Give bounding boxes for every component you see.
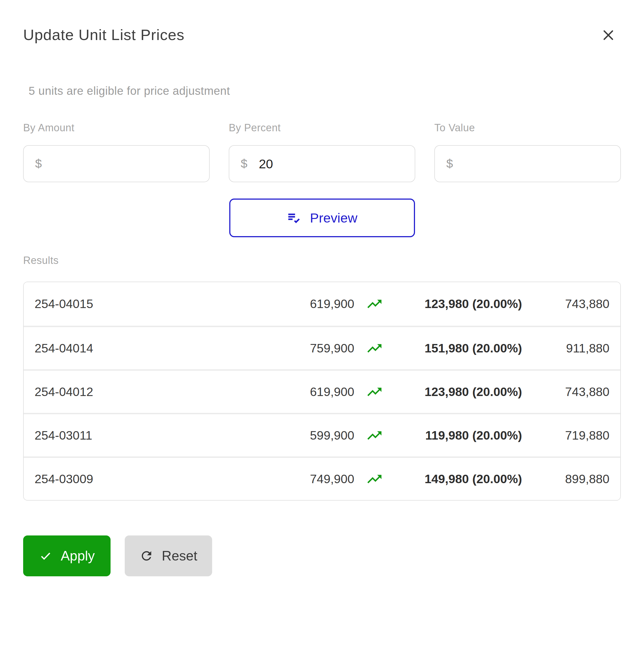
- apply-button-label: Apply: [61, 548, 95, 564]
- trending-up-icon: [365, 295, 384, 312]
- update-unit-list-prices-dialog: Update Unit List Prices 5 units are elig…: [0, 0, 644, 667]
- by-percent-label: By Percent: [229, 122, 415, 134]
- current-price: 749,900: [292, 472, 354, 486]
- price-change: 149,980 (20.00%): [391, 472, 522, 486]
- by-percent-input-wrap: $: [229, 145, 415, 182]
- reset-button-label: Reset: [162, 548, 197, 564]
- to-value-input[interactable]: [464, 156, 609, 171]
- adjustment-fields: By Amount $ By Percent $ To Value $: [23, 122, 621, 182]
- by-amount-input[interactable]: [53, 156, 198, 171]
- price-change: 123,980 (20.00%): [391, 385, 522, 399]
- table-row[interactable]: 254-03011 599,900 119,980 (20.00%) 719,8…: [24, 413, 620, 456]
- table-row[interactable]: 254-04012 619,900 123,980 (20.00%) 743,8…: [24, 369, 620, 413]
- eligible-units-message: 5 units are eligible for price adjustmen…: [29, 84, 621, 98]
- price-change: 123,980 (20.00%): [391, 297, 522, 311]
- by-percent-field-group: By Percent $: [229, 122, 415, 182]
- dollar-sign-icon: $: [35, 157, 42, 170]
- results-table: 254-04015 619,900 123,980 (20.00%) 743,8…: [23, 282, 621, 501]
- preview-button[interactable]: Preview: [229, 198, 415, 237]
- results-label: Results: [23, 255, 621, 266]
- unit-id: 254-04012: [35, 385, 292, 399]
- to-value-input-wrap: $: [434, 145, 621, 182]
- trending-up-icon: [365, 427, 384, 444]
- check-icon: [39, 549, 52, 563]
- close-icon: [601, 28, 616, 43]
- dollar-sign-icon: $: [241, 157, 247, 170]
- dialog-title: Update Unit List Prices: [23, 26, 621, 44]
- table-row[interactable]: 254-03009 749,900 149,980 (20.00%) 899,8…: [24, 456, 620, 500]
- current-price: 759,900: [292, 341, 354, 355]
- table-row[interactable]: 254-04014 759,900 151,980 (20.00%) 911,8…: [24, 326, 620, 369]
- new-price: 911,880: [537, 341, 609, 355]
- unit-id: 254-04015: [35, 297, 292, 311]
- current-price: 619,900: [292, 297, 354, 311]
- reset-button[interactable]: Reset: [125, 535, 212, 576]
- current-price: 599,900: [292, 428, 354, 443]
- current-price: 619,900: [292, 385, 354, 399]
- trending-up-icon: [365, 471, 384, 488]
- by-amount-label: By Amount: [23, 122, 210, 134]
- price-change: 119,980 (20.00%): [391, 428, 522, 443]
- by-percent-input[interactable]: [259, 156, 403, 171]
- new-price: 719,880: [537, 428, 609, 443]
- to-value-label: To Value: [434, 122, 621, 134]
- price-change: 151,980 (20.00%): [391, 341, 522, 355]
- preview-row: Preview: [23, 198, 621, 237]
- unit-id: 254-04014: [35, 341, 292, 355]
- dialog-actions: Apply Reset: [23, 535, 621, 576]
- unit-id: 254-03011: [35, 428, 292, 443]
- to-value-field-group: To Value $: [434, 122, 621, 182]
- trending-up-icon: [365, 340, 384, 357]
- by-amount-field-group: By Amount $: [23, 122, 210, 182]
- apply-button[interactable]: Apply: [23, 535, 111, 576]
- new-price: 743,880: [537, 297, 609, 311]
- new-price: 899,880: [537, 472, 609, 486]
- new-price: 743,880: [537, 385, 609, 399]
- close-button[interactable]: [599, 26, 617, 44]
- preview-button-label: Preview: [310, 210, 357, 226]
- unit-id: 254-03009: [35, 472, 292, 486]
- playlist-check-icon: [286, 211, 301, 225]
- by-amount-input-wrap: $: [23, 145, 210, 182]
- table-row[interactable]: 254-04015 619,900 123,980 (20.00%) 743,8…: [24, 282, 620, 326]
- trending-up-icon: [365, 384, 384, 400]
- dollar-sign-icon: $: [446, 157, 453, 170]
- refresh-icon: [139, 549, 153, 563]
